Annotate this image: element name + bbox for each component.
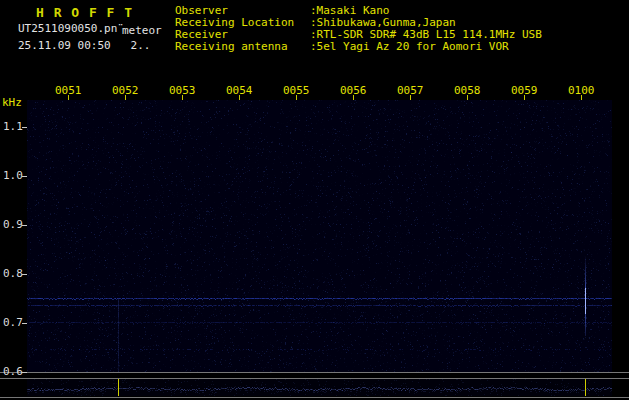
freq-label: 0.8 <box>3 267 23 280</box>
signal-strip-canvas <box>27 379 612 396</box>
freq-tick <box>22 372 27 373</box>
app-title: H R O F F T <box>36 5 133 20</box>
freq-unit-label: kHz <box>2 96 22 109</box>
time-tick <box>467 95 468 100</box>
freq-label: 0.9 <box>3 218 23 231</box>
time-tick <box>524 95 525 100</box>
freq-tick <box>22 225 27 226</box>
freq-tick <box>22 323 27 324</box>
info-value: :5el Yagi Az 20 for Aomori VOR <box>310 41 509 53</box>
datetime-label: 25.11.09 00:50 2.. <box>18 39 150 52</box>
time-tick <box>68 95 69 100</box>
time-tick <box>239 95 240 100</box>
freq-label: 1.1 <box>3 120 23 133</box>
output-filename: UT2511090050.pn¨ <box>18 22 124 35</box>
time-tick <box>182 95 183 100</box>
time-tick <box>410 95 411 100</box>
freq-tick <box>22 274 27 275</box>
time-tick <box>353 95 354 100</box>
time-tick <box>581 95 582 100</box>
freq-tick <box>22 176 27 177</box>
freq-tick <box>22 127 27 128</box>
observation-info: Observer :Masaki Kano Receiving Location… <box>175 5 542 53</box>
spectrogram-canvas <box>27 100 612 372</box>
freq-label: 1.0 <box>3 169 23 182</box>
info-row-antenna: Receiving antenna :5el Yagi Az 20 for Ao… <box>175 41 542 53</box>
freq-label: 0.6 <box>3 365 23 378</box>
strip-bottom-border <box>0 397 629 398</box>
time-tick <box>125 95 126 100</box>
freq-label: 0.7 <box>3 316 23 329</box>
info-label: Receiving antenna <box>175 41 310 53</box>
time-tick <box>296 95 297 100</box>
hrofft-screen: H R O F F T UT2511090050.pn¨ meteor 25.1… <box>0 0 629 400</box>
divider-line-top <box>0 372 629 373</box>
station-label: meteor <box>122 24 162 37</box>
strip-top-border <box>0 378 629 379</box>
